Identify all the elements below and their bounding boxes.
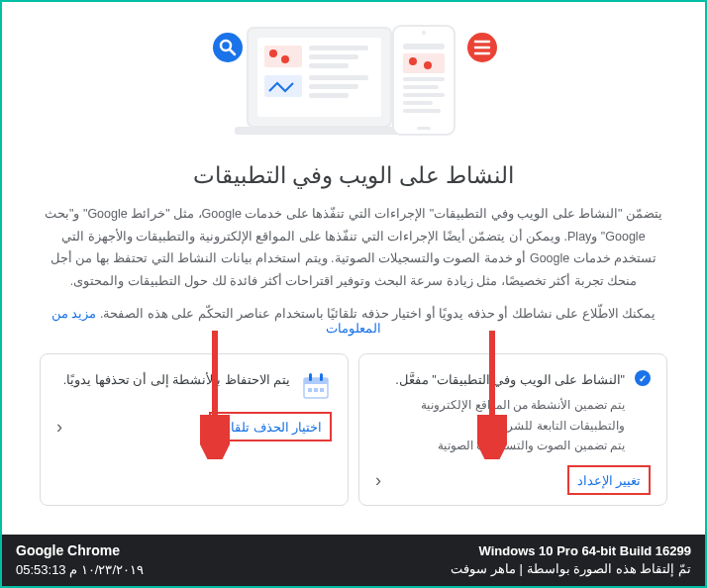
svg-rect-23: [403, 93, 445, 97]
svg-rect-11: [309, 84, 358, 89]
svg-rect-24: [403, 101, 433, 105]
chevron-left-icon[interactable]: ›: [375, 470, 381, 491]
svg-rect-35: [309, 373, 312, 381]
svg-rect-16: [417, 127, 431, 130]
svg-rect-22: [403, 85, 439, 89]
svg-rect-12: [309, 93, 349, 98]
retention-card-body: يتم الاحتفاظ بالأنشطة إلى أن تحذفها يدوي…: [56, 370, 290, 395]
change-setting-link[interactable]: تغيير الإعداد: [577, 474, 641, 488]
svg-rect-10: [309, 75, 368, 80]
page-wrap: النشاط على الويب وفي التطبيقات يتضمّن "ا…: [2, 2, 705, 520]
annotation-box-1: تغيير الإعداد: [567, 465, 651, 495]
status-card-head: ✓ "النشاط على الويب وفي التطبيقات" مفعَّ…: [375, 370, 651, 455]
sub-description: يمكنك الاطّلاع على نشاطك أو حذفه يدويًا …: [2, 306, 705, 336]
svg-rect-36: [320, 373, 323, 381]
svg-rect-7: [309, 54, 358, 59]
browser-name: Google Chrome: [16, 541, 144, 561]
chevron-left-icon[interactable]: ›: [56, 417, 62, 438]
screenshot-footer: Google Chrome 05:53:13 ١٠/٢٣/٢٠١٩ م Wind…: [2, 535, 705, 586]
status-card-title: "النشاط على الويب وفي التطبيقات" مفعَّل.: [375, 370, 625, 391]
sub-description-text: يمكنك الاطّلاع على نشاطك أو حذفه يدويًا …: [100, 307, 656, 321]
svg-rect-6: [309, 46, 368, 50]
svg-rect-21: [403, 77, 445, 81]
svg-rect-39: [320, 388, 324, 392]
svg-rect-9: [264, 75, 302, 97]
svg-rect-34: [304, 378, 328, 384]
description-text: يتضمّن "النشاط على الويب وفي التطبيقات" …: [2, 203, 705, 292]
annotation-box-2: اختيار الحذف تلقائيًا: [209, 412, 332, 441]
status-line-1: يتم تضمين الأنشطة من المواقع الإلكترونية…: [375, 395, 625, 436]
svg-rect-17: [403, 44, 445, 49]
cards-row: ✓ "النشاط على الويب وفي التطبيقات" مفعَّ…: [2, 353, 705, 520]
calendar-icon: [300, 370, 332, 402]
hero-illustration: [2, 2, 705, 154]
capture-credit: تمّ إلتقاط هذه الصورة بواسطة | ماهر سوفت: [451, 560, 691, 578]
status-card: ✓ "النشاط على الويب وفي التطبيقات" مفعَّ…: [358, 353, 667, 506]
status-card-footer: تغيير الإعداد ›: [375, 465, 651, 495]
os-name: Windows 10 Pro 64-bit Build 16299: [451, 542, 691, 560]
svg-point-26: [213, 33, 243, 62]
svg-rect-8: [309, 63, 349, 68]
capture-time: 05:53:13 ١٠/٢٣/٢٠١٩ م: [16, 561, 144, 579]
status-line-2: يتم تضمين الصوت والتسجيلات الصوتية: [375, 436, 625, 455]
svg-rect-37: [308, 388, 312, 392]
retention-card-head: يتم الاحتفاظ بالأنشطة إلى أن تحذفها يدوي…: [56, 370, 332, 402]
svg-point-20: [424, 61, 432, 69]
svg-rect-18: [403, 53, 445, 73]
auto-delete-link[interactable]: اختيار الحذف تلقائيًا: [219, 421, 322, 435]
svg-point-5: [281, 55, 289, 63]
svg-point-19: [409, 57, 417, 65]
retention-card-footer: اختيار الحذف تلقائيًا ›: [56, 412, 332, 441]
devices-illustration: [200, 18, 507, 147]
svg-rect-38: [314, 388, 318, 392]
svg-rect-25: [403, 109, 441, 113]
status-card-body: "النشاط على الويب وفي التطبيقات" مفعَّل.…: [375, 370, 625, 455]
svg-point-15: [422, 31, 426, 35]
footer-right: Windows 10 Pro 64-bit Build 16299 تمّ إل…: [451, 542, 691, 578]
check-icon: ✓: [635, 370, 651, 386]
page-title: النشاط على الويب وفي التطبيقات: [2, 162, 705, 189]
svg-rect-2: [235, 127, 403, 135]
svg-point-4: [269, 49, 277, 57]
footer-left: Google Chrome 05:53:13 ١٠/٢٣/٢٠١٩ م: [16, 541, 144, 579]
retention-card: يتم الاحتفاظ بالأنشطة إلى أن تحذفها يدوي…: [40, 353, 349, 506]
retention-card-title: يتم الاحتفاظ بالأنشطة إلى أن تحذفها يدوي…: [56, 370, 290, 391]
